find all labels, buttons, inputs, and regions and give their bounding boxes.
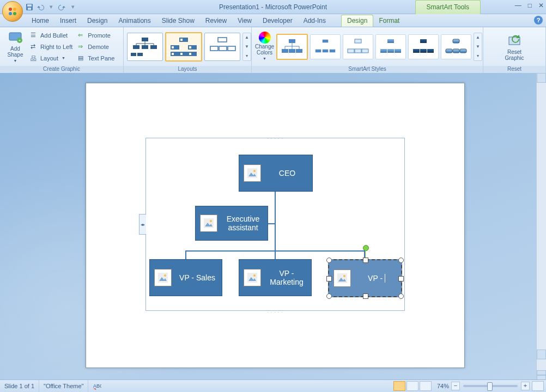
svg-rect-49 bbox=[348, 49, 354, 53]
reset-icon bbox=[507, 33, 522, 48]
node-assistant[interactable]: Executive assistant bbox=[195, 206, 268, 241]
layout-menu-button[interactable]: 品Layout▼ bbox=[28, 53, 75, 64]
layout-picture-hierarchy[interactable] bbox=[165, 32, 202, 62]
style-white-outline[interactable] bbox=[310, 34, 341, 59]
zoom-level[interactable]: 74% bbox=[437, 383, 449, 389]
minimize-button[interactable]: — bbox=[515, 2, 521, 9]
tab-insert[interactable]: Insert bbox=[54, 15, 82, 27]
layouts-more-button[interactable]: ▲▼▾ bbox=[242, 33, 251, 61]
style-3d-polished[interactable] bbox=[441, 34, 471, 59]
svg-point-73 bbox=[164, 274, 166, 277]
prev-slide-button[interactable] bbox=[537, 370, 546, 375]
svg-point-0 bbox=[9, 8, 12, 11]
node-vp-sales[interactable]: VP - Sales bbox=[149, 259, 222, 296]
scroll-down-button[interactable] bbox=[537, 350, 546, 359]
tab-slideshow[interactable]: Slide Show bbox=[156, 15, 200, 27]
style-subtle[interactable] bbox=[343, 34, 373, 59]
connector bbox=[275, 191, 276, 250]
resize-handle-ne[interactable] bbox=[398, 258, 404, 263]
zoom-in-button[interactable]: + bbox=[521, 382, 530, 390]
resize-handle-s[interactable] bbox=[363, 293, 368, 299]
vertical-scrollbar[interactable] bbox=[536, 73, 546, 380]
svg-point-3 bbox=[13, 12, 16, 15]
undo-icon[interactable] bbox=[36, 3, 45, 11]
resize-handle-n[interactable] bbox=[363, 258, 368, 263]
text-pane-toggle[interactable]: ◂▸ bbox=[139, 214, 146, 235]
spellcheck-icon[interactable]: ABC bbox=[88, 380, 106, 392]
picture-placeholder-icon[interactable] bbox=[200, 215, 217, 232]
node-ceo[interactable]: CEO bbox=[239, 155, 313, 192]
frame-handle-bottom[interactable]: . . . . . bbox=[267, 309, 283, 314]
status-bar: Slide 1 of 1 "Office Theme" ABC 74% − + bbox=[0, 379, 546, 392]
style-simple-fill[interactable] bbox=[276, 34, 308, 60]
svg-rect-27 bbox=[172, 46, 174, 48]
demote-button[interactable]: ⇒Demote bbox=[76, 41, 117, 52]
group-smartart-styles: Change Colors▼ ▲▼▾ SmartArt Styles bbox=[252, 27, 483, 74]
fit-to-window-button[interactable] bbox=[532, 381, 544, 391]
right-to-left-button[interactable]: ⇄Right to Left bbox=[28, 41, 75, 52]
tab-home[interactable]: Home bbox=[26, 15, 54, 27]
help-icon[interactable]: ? bbox=[534, 16, 543, 24]
office-button[interactable] bbox=[2, 1, 23, 22]
tab-review[interactable]: Review bbox=[200, 15, 232, 27]
picture-placeholder-icon[interactable] bbox=[244, 269, 261, 286]
svg-rect-53 bbox=[380, 49, 387, 53]
tab-view[interactable]: View bbox=[232, 15, 257, 27]
resize-handle-w[interactable] bbox=[326, 276, 332, 281]
add-bullet-button[interactable]: ☰Add Bullet bbox=[28, 30, 75, 41]
change-colors-button[interactable]: Change Colors▼ bbox=[255, 29, 274, 65]
svg-point-79 bbox=[343, 275, 345, 277]
view-sorter-button[interactable] bbox=[407, 381, 418, 391]
zoom-out-button[interactable]: − bbox=[451, 382, 460, 390]
style-icon bbox=[313, 37, 338, 57]
svg-rect-45 bbox=[315, 49, 321, 53]
text-pane-button[interactable]: ▤Text Pane bbox=[76, 53, 117, 64]
tab-smartart-format[interactable]: Format bbox=[373, 15, 405, 27]
svg-rect-44 bbox=[322, 39, 329, 43]
scroll-up-button[interactable] bbox=[537, 73, 546, 83]
zoom-slider-thumb[interactable] bbox=[487, 382, 493, 391]
slide-canvas[interactable]: . . . . . . . . . . ◂▸ CEO Executive ass… bbox=[86, 83, 465, 368]
svg-rect-68 bbox=[204, 218, 214, 228]
svg-rect-39 bbox=[296, 49, 302, 53]
picture-placeholder-icon[interactable] bbox=[154, 269, 172, 286]
redo-icon[interactable] bbox=[58, 3, 66, 11]
close-button[interactable]: ✕ bbox=[538, 2, 544, 9]
resize-handle-sw[interactable] bbox=[326, 293, 332, 299]
style-intense[interactable] bbox=[408, 34, 439, 59]
svg-rect-32 bbox=[218, 38, 227, 42]
smartart-container[interactable]: . . . . . . . . . . ◂▸ CEO Executive ass… bbox=[145, 138, 405, 311]
reset-graphic-button[interactable]: Reset Graphic bbox=[502, 29, 526, 65]
svg-rect-11 bbox=[133, 45, 139, 49]
zoom-slider[interactable] bbox=[463, 385, 518, 387]
styles-more-button[interactable]: ▲▼▾ bbox=[474, 33, 482, 61]
resize-handle-se[interactable] bbox=[398, 293, 404, 299]
add-shape-button[interactable]: + Add Shape▼ bbox=[3, 29, 27, 65]
node-label[interactable]: VP - bbox=[355, 274, 401, 283]
node-vp-marketing[interactable]: VP - Marketing bbox=[239, 259, 312, 296]
layout-hierarchy-3[interactable] bbox=[204, 33, 240, 61]
maximize-button[interactable]: □ bbox=[528, 2, 532, 9]
tab-design[interactable]: Design bbox=[82, 15, 113, 27]
tab-developer[interactable]: Developer bbox=[257, 15, 298, 27]
status-theme[interactable]: "Office Theme" bbox=[39, 380, 88, 392]
frame-handle-top[interactable]: . . . . . bbox=[267, 135, 283, 140]
rotate-handle[interactable] bbox=[363, 245, 369, 251]
layout-hierarchy-1[interactable] bbox=[127, 33, 163, 61]
picture-placeholder-icon[interactable] bbox=[244, 164, 261, 182]
tab-animations[interactable]: Animations bbox=[113, 15, 156, 27]
save-icon[interactable] bbox=[25, 3, 34, 11]
node-label: CEO bbox=[265, 169, 312, 177]
qat-menu-icon[interactable]: ▾ bbox=[69, 3, 77, 11]
node-vp-editing[interactable]: VP - bbox=[328, 259, 402, 297]
tab-smartart-design[interactable]: Design bbox=[341, 15, 373, 27]
picture-placeholder-icon[interactable] bbox=[333, 270, 351, 287]
resize-handle-e[interactable] bbox=[398, 276, 404, 281]
promote-button[interactable]: ⇐Promote bbox=[76, 30, 117, 41]
style-moderate[interactable] bbox=[375, 34, 406, 59]
status-slide-number[interactable]: Slide 1 of 1 bbox=[0, 380, 39, 392]
tab-addins[interactable]: Add-Ins bbox=[298, 15, 331, 27]
view-normal-button[interactable] bbox=[393, 381, 405, 391]
view-slideshow-button[interactable] bbox=[420, 381, 432, 391]
resize-handle-nw[interactable] bbox=[326, 258, 332, 263]
